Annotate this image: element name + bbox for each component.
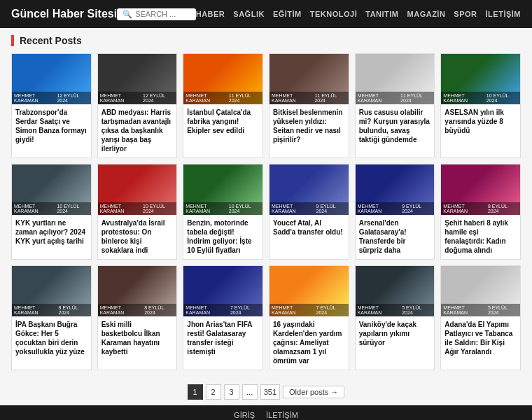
older-posts-button[interactable]: Older posts → xyxy=(283,386,344,398)
post-title: 16 yaşındaki Kardelen'den yardım çağrısı… xyxy=(273,320,345,365)
post-meta-overlay: MEHMET KARAMAN5 EYLÜL 2024 xyxy=(356,304,435,316)
post-meta-overlay: MEHMET KARAMAN11 EYLÜL 2024 xyxy=(270,92,349,104)
post-meta-overlay: MEHMET KARAMAN12 EYLÜL 2024 xyxy=(12,92,91,104)
post-title: Şehit haberi 8 aylık hamile eşi fenalaşt… xyxy=(444,218,517,255)
post-meta-overlay: MEHMET KARAMAN11 EYLÜL 2024 xyxy=(183,92,262,104)
post-card[interactable]: MEHMET KARAMAN8 EYLÜL 2024Şehit haberi 8… xyxy=(440,164,521,260)
post-date: 7 EYLÜL 2024 xyxy=(316,305,346,315)
nav-item-tanitim[interactable]: TANITIM xyxy=(365,10,398,18)
post-date: 8 EYLÜL 2024 xyxy=(488,204,518,214)
post-thumbnail: MEHMET KARAMAN7 EYLÜL 2024 xyxy=(183,266,262,316)
posts-row-1: MEHMET KARAMAN12 EYLÜL 2024Trabzonspor'd… xyxy=(11,53,521,158)
nav-item-spor[interactable]: SPOR xyxy=(454,10,477,18)
post-author: MEHMET KARAMAN xyxy=(272,305,316,315)
post-title: Rus casusu olabilir mi? Kurşun yarasıyla… xyxy=(359,108,431,144)
pagination-page-3[interactable]: 3 xyxy=(224,384,239,400)
post-card[interactable]: MEHMET KARAMAN7 EYLÜL 202416 yaşındaki K… xyxy=(269,265,349,370)
post-card[interactable]: MEHMET KARAMAN8 EYLÜL 2024Eski milli bas… xyxy=(97,265,178,370)
post-card[interactable]: MEHMET KARAMAN8 EYLÜL 2024İPA Başkanı Bu… xyxy=(11,265,92,370)
post-title: Adana'da El Yapımı Patlayıcı ve Tabanca … xyxy=(444,320,517,356)
post-body: İstanbul Çatalca'da fabrika yangını! Eki… xyxy=(183,104,262,139)
main-nav: HABERSAĞLIKEĞİTİMTEKNOLOJİTANITIMMAGAZİN… xyxy=(196,10,521,18)
post-author: MEHMET KARAMAN xyxy=(100,93,143,103)
post-body: Eski milli basketbolcu İlkan Karaman hay… xyxy=(98,316,177,360)
post-date: 7 EYLÜL 2024 xyxy=(230,305,260,315)
post-author: MEHMET KARAMAN xyxy=(358,305,402,315)
nav-item-iletiim[interactable]: İLETİŞİM xyxy=(486,10,521,18)
post-body: Jhon Arias'tan FIFA resti! Galatasaray t… xyxy=(183,316,262,360)
post-author: MEHMET KARAMAN xyxy=(186,204,228,214)
post-title: Trabzonspor'da Serdar Saatçı ve Simon Ba… xyxy=(15,108,88,144)
post-card[interactable]: MEHMET KARAMAN11 EYLÜL 2024Bitkisel besl… xyxy=(269,53,349,158)
footer-link-iletiim[interactable]: İLETİŞİM xyxy=(266,411,298,419)
pagination-page-2[interactable]: 2 xyxy=(206,384,221,400)
post-author: MEHMET KARAMAN xyxy=(14,93,57,103)
post-card[interactable]: MEHMET KARAMAN12 EYLÜL 2024Trabzonspor'd… xyxy=(11,53,92,158)
post-meta-overlay: MEHMET KARAMAN7 EYLÜL 2024 xyxy=(270,304,349,316)
post-body: Şehit haberi 8 aylık hamile eşi fenalaşt… xyxy=(441,215,520,259)
post-author: MEHMET KARAMAN xyxy=(14,305,59,315)
search-box[interactable]: 🔍 xyxy=(117,8,196,20)
post-date: 9 EYLÜL 2024 xyxy=(402,204,432,214)
post-thumbnail: MEHMET KARAMAN8 EYLÜL 2024 xyxy=(12,266,91,316)
post-body: Adana'da El Yapımı Patlayıcı ve Tabanca … xyxy=(441,316,520,360)
post-meta-overlay: MEHMET KARAMAN11 EYLÜL 2024 xyxy=(356,92,435,104)
post-title: İstanbul Çatalca'da fabrika yangını! Eki… xyxy=(187,108,259,135)
post-card[interactable]: MEHMET KARAMAN7 EYLÜL 2024Jhon Arias'tan… xyxy=(183,265,263,370)
post-title: İPA Başkanı Buğra Gökce: Her 5 çocuktan … xyxy=(15,320,88,356)
post-author: MEHMET KARAMAN xyxy=(14,204,57,214)
post-date: 8 EYLÜL 2024 xyxy=(144,305,174,315)
search-icon: 🔍 xyxy=(122,10,132,19)
post-card[interactable]: MEHMET KARAMAN12 EYLÜL 2024ABD medyası: … xyxy=(97,53,178,158)
pagination-ellipsis: ... xyxy=(242,384,258,400)
pagination-page-351[interactable]: 351 xyxy=(260,384,280,400)
nav-item-magazin[interactable]: MAGAZİN xyxy=(407,10,446,18)
nav-item-haber[interactable]: HABER xyxy=(196,10,225,18)
post-card[interactable]: MEHMET KARAMAN5 EYLÜL 2024Adana'da El Ya… xyxy=(440,265,521,370)
pagination-page-1[interactable]: 1 xyxy=(188,384,203,400)
post-date: 9 EYLÜL 2024 xyxy=(316,204,346,214)
post-body: Trabzonspor'da Serdar Saatçı ve Simon Ba… xyxy=(12,104,91,148)
post-card[interactable]: MEHMET KARAMAN11 EYLÜL 2024Rus casusu ol… xyxy=(355,53,435,158)
nav-item-salik[interactable]: SAĞLIK xyxy=(233,10,265,18)
post-card[interactable]: MEHMET KARAMAN5 EYLÜL 2024Vaniköy'de kaç… xyxy=(355,265,435,370)
post-date: 5 EYLÜL 2024 xyxy=(488,305,518,315)
post-card[interactable]: MEHMET KARAMAN10 EYLÜL 2024ASELSAN yılın… xyxy=(440,53,521,158)
post-body: Avustralya'da İsrail protestosu: On binl… xyxy=(98,215,177,259)
post-author: MEHMET KARAMAN xyxy=(358,204,402,214)
search-input[interactable] xyxy=(135,10,190,18)
post-body: ASELSAN yılın ilk yarısında yüzde 8 büyü… xyxy=(441,104,520,139)
nav-item-teknoloji[interactable]: TEKNOLOJİ xyxy=(310,10,357,18)
footer-link-giri[interactable]: GİRİŞ xyxy=(234,411,255,419)
post-card[interactable]: MEHMET KARAMAN10 EYLÜL 2024Avustralya'da… xyxy=(97,164,178,260)
post-card[interactable]: MEHMET KARAMAN9 EYLÜL 2024Arsenal'den Ga… xyxy=(355,164,435,260)
post-date: 10 EYLÜL 2024 xyxy=(143,204,174,214)
post-body: Vaniköy'de kaçak yapıların yıkımı sürüyo… xyxy=(356,316,435,351)
post-date: 10 EYLÜL 2024 xyxy=(229,204,260,214)
post-card[interactable]: MEHMET KARAMAN9 EYLÜL 2024Youcef Atal, A… xyxy=(269,164,349,260)
post-title: Jhon Arias'tan FIFA resti! Galatasaray t… xyxy=(187,320,259,356)
post-title: ABD medyası: Harris tartışmadan avantajl… xyxy=(102,108,174,153)
post-author: MEHMET KARAMAN xyxy=(443,93,486,103)
post-author: MEHMET KARAMAN xyxy=(443,204,488,214)
post-thumbnail: MEHMET KARAMAN11 EYLÜL 2024 xyxy=(183,54,262,104)
post-date: 8 EYLÜL 2024 xyxy=(59,305,89,315)
post-date: 12 EYLÜL 2024 xyxy=(57,93,88,103)
post-meta-overlay: MEHMET KARAMAN10 EYLÜL 2024 xyxy=(98,202,177,215)
post-card[interactable]: MEHMET KARAMAN11 EYLÜL 2024İstanbul Çata… xyxy=(183,53,263,158)
post-thumbnail: MEHMET KARAMAN11 EYLÜL 2024 xyxy=(356,54,435,104)
post-body: Rus casusu olabilir mi? Kurşun yarasıyla… xyxy=(356,104,435,148)
nav-item-eitim[interactable]: EĞİTİM xyxy=(273,10,302,18)
post-date: 11 EYLÜL 2024 xyxy=(229,93,260,103)
posts-row-2: MEHMET KARAMAN10 EYLÜL 2024KYK yurtları … xyxy=(11,164,521,260)
post-card[interactable]: MEHMET KARAMAN10 EYLÜL 2024KYK yurtları … xyxy=(11,164,92,260)
post-meta-overlay: MEHMET KARAMAN5 EYLÜL 2024 xyxy=(441,304,520,316)
post-thumbnail: MEHMET KARAMAN10 EYLÜL 2024 xyxy=(98,164,177,215)
post-thumbnail: MEHMET KARAMAN10 EYLÜL 2024 xyxy=(441,54,520,104)
post-thumbnail: MEHMET KARAMAN9 EYLÜL 2024 xyxy=(270,164,349,215)
post-body: Youcef Atal, Al Sadd'a transfer oldu! xyxy=(270,215,349,241)
post-body: 16 yaşındaki Kardelen'den yardım çağrısı… xyxy=(270,316,349,370)
post-thumbnail: MEHMET KARAMAN10 EYLÜL 2024 xyxy=(183,164,262,215)
post-meta-overlay: MEHMET KARAMAN8 EYLÜL 2024 xyxy=(441,202,520,215)
post-card[interactable]: MEHMET KARAMAN10 EYLÜL 2024Benzin, motor… xyxy=(183,164,263,260)
